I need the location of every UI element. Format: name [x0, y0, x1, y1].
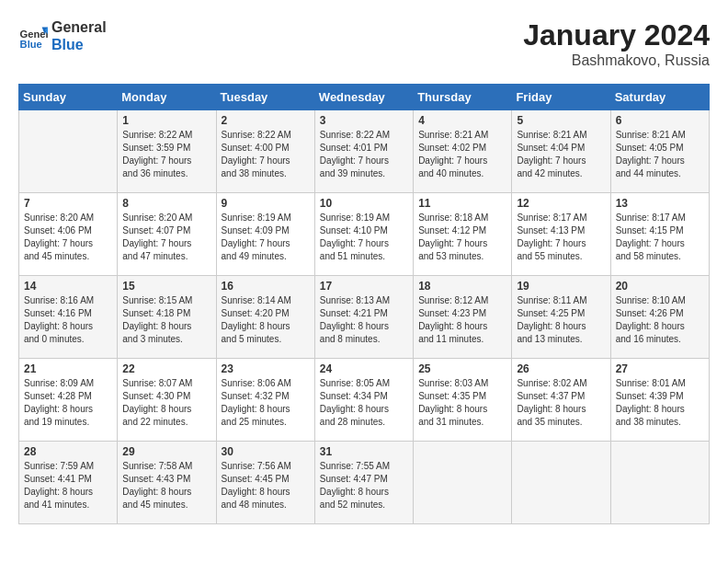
header-cell-monday: Monday: [118, 85, 216, 110]
day-number: 23: [222, 362, 310, 375]
day-cell: [414, 442, 512, 524]
week-row-5: 28Sunrise: 7:59 AM Sunset: 4:41 PM Dayli…: [19, 442, 710, 524]
day-number: 5: [517, 114, 605, 127]
day-number: 1: [122, 114, 210, 127]
day-cell: 27Sunrise: 8:01 AM Sunset: 4:39 PM Dayli…: [610, 359, 709, 442]
day-cell: 11Sunrise: 8:18 AM Sunset: 4:12 PM Dayli…: [414, 193, 512, 276]
header-cell-friday: Friday: [512, 85, 610, 110]
day-cell: 22Sunrise: 8:07 AM Sunset: 4:30 PM Dayli…: [118, 359, 216, 442]
day-number: 29: [122, 445, 210, 458]
day-cell: 12Sunrise: 8:17 AM Sunset: 4:13 PM Dayli…: [512, 193, 610, 276]
day-number: 24: [320, 362, 408, 375]
day-info: Sunrise: 7:59 AM Sunset: 4:41 PM Dayligh…: [24, 460, 112, 511]
day-cell: 30Sunrise: 7:56 AM Sunset: 4:45 PM Dayli…: [216, 442, 314, 524]
logo-general: General: [51, 18, 107, 36]
day-number: 3: [320, 114, 408, 127]
day-number: 8: [122, 197, 210, 210]
day-cell: [610, 442, 709, 524]
day-info: Sunrise: 8:01 AM Sunset: 4:39 PM Dayligh…: [616, 377, 704, 429]
day-number: 28: [24, 445, 112, 458]
day-cell: 16Sunrise: 8:14 AM Sunset: 4:20 PM Dayli…: [216, 276, 314, 359]
day-cell: 17Sunrise: 8:13 AM Sunset: 4:21 PM Dayli…: [314, 276, 413, 359]
week-row-1: 1Sunrise: 8:22 AM Sunset: 3:59 PM Daylig…: [19, 110, 710, 193]
day-number: 18: [418, 280, 506, 293]
day-cell: [512, 442, 610, 524]
day-info: Sunrise: 8:21 AM Sunset: 4:02 PM Dayligh…: [418, 129, 506, 180]
day-info: Sunrise: 8:20 AM Sunset: 4:07 PM Dayligh…: [122, 212, 210, 263]
day-cell: 25Sunrise: 8:03 AM Sunset: 4:35 PM Dayli…: [414, 359, 512, 442]
day-info: Sunrise: 8:18 AM Sunset: 4:12 PM Dayligh…: [418, 212, 506, 263]
day-info: Sunrise: 8:22 AM Sunset: 3:59 PM Dayligh…: [122, 129, 210, 180]
page-header: General Blue General Blue January 2024 B…: [18, 18, 710, 69]
location: Bashmakovo, Russia: [523, 52, 710, 69]
day-info: Sunrise: 8:07 AM Sunset: 4:30 PM Dayligh…: [122, 377, 210, 429]
day-number: 4: [418, 114, 506, 127]
day-number: 31: [320, 445, 408, 458]
day-cell: 26Sunrise: 8:02 AM Sunset: 4:37 PM Dayli…: [512, 359, 610, 442]
day-info: Sunrise: 8:16 AM Sunset: 4:16 PM Dayligh…: [24, 294, 112, 346]
day-number: 7: [24, 197, 112, 210]
day-number: 20: [616, 280, 704, 293]
day-cell: 13Sunrise: 8:17 AM Sunset: 4:15 PM Dayli…: [610, 193, 709, 276]
day-cell: 18Sunrise: 8:12 AM Sunset: 4:23 PM Dayli…: [414, 276, 512, 359]
header-cell-sunday: Sunday: [19, 85, 118, 110]
week-row-3: 14Sunrise: 8:16 AM Sunset: 4:16 PM Dayli…: [19, 276, 710, 359]
day-info: Sunrise: 7:58 AM Sunset: 4:43 PM Dayligh…: [122, 460, 210, 511]
day-number: 26: [517, 362, 605, 375]
day-info: Sunrise: 8:05 AM Sunset: 4:34 PM Dayligh…: [320, 377, 408, 429]
day-cell: [19, 110, 118, 193]
day-cell: 5Sunrise: 8:21 AM Sunset: 4:04 PM Daylig…: [512, 110, 610, 193]
day-number: 14: [24, 280, 112, 293]
day-cell: 6Sunrise: 8:21 AM Sunset: 4:05 PM Daylig…: [610, 110, 709, 193]
header-cell-thursday: Thursday: [414, 85, 512, 110]
day-number: 27: [616, 362, 704, 375]
day-info: Sunrise: 8:19 AM Sunset: 4:10 PM Dayligh…: [320, 212, 408, 263]
day-info: Sunrise: 8:09 AM Sunset: 4:28 PM Dayligh…: [24, 377, 112, 429]
day-info: Sunrise: 8:21 AM Sunset: 4:04 PM Dayligh…: [517, 129, 605, 180]
day-cell: 9Sunrise: 8:19 AM Sunset: 4:09 PM Daylig…: [216, 193, 314, 276]
day-cell: 14Sunrise: 8:16 AM Sunset: 4:16 PM Dayli…: [19, 276, 118, 359]
day-cell: 23Sunrise: 8:06 AM Sunset: 4:32 PM Dayli…: [216, 359, 314, 442]
day-cell: 20Sunrise: 8:10 AM Sunset: 4:26 PM Dayli…: [610, 276, 709, 359]
day-cell: 19Sunrise: 8:11 AM Sunset: 4:25 PM Dayli…: [512, 276, 610, 359]
day-number: 17: [320, 280, 408, 293]
day-info: Sunrise: 7:55 AM Sunset: 4:47 PM Dayligh…: [320, 460, 408, 511]
day-info: Sunrise: 8:20 AM Sunset: 4:06 PM Dayligh…: [24, 212, 112, 263]
day-cell: 1Sunrise: 8:22 AM Sunset: 3:59 PM Daylig…: [118, 110, 216, 193]
day-number: 30: [222, 445, 310, 458]
day-cell: 7Sunrise: 8:20 AM Sunset: 4:06 PM Daylig…: [19, 193, 118, 276]
day-cell: 31Sunrise: 7:55 AM Sunset: 4:47 PM Dayli…: [314, 442, 413, 524]
header-cell-tuesday: Tuesday: [216, 85, 314, 110]
header-row: SundayMondayTuesdayWednesdayThursdayFrid…: [19, 85, 710, 110]
header-cell-wednesday: Wednesday: [314, 85, 413, 110]
day-number: 11: [418, 197, 506, 210]
day-info: Sunrise: 8:19 AM Sunset: 4:09 PM Dayligh…: [222, 212, 310, 263]
week-row-2: 7Sunrise: 8:20 AM Sunset: 4:06 PM Daylig…: [19, 193, 710, 276]
day-cell: 8Sunrise: 8:20 AM Sunset: 4:07 PM Daylig…: [118, 193, 216, 276]
day-number: 15: [122, 280, 210, 293]
day-number: 2: [222, 114, 310, 127]
day-cell: 2Sunrise: 8:22 AM Sunset: 4:00 PM Daylig…: [216, 110, 314, 193]
header-cell-saturday: Saturday: [610, 85, 709, 110]
day-number: 16: [222, 280, 310, 293]
day-info: Sunrise: 8:14 AM Sunset: 4:20 PM Dayligh…: [222, 294, 310, 346]
svg-text:Blue: Blue: [20, 39, 42, 50]
week-row-4: 21Sunrise: 8:09 AM Sunset: 4:28 PM Dayli…: [19, 359, 710, 442]
day-number: 9: [222, 197, 310, 210]
day-number: 6: [616, 114, 704, 127]
title-block: January 2024 Bashmakovo, Russia: [523, 18, 710, 69]
day-cell: 24Sunrise: 8:05 AM Sunset: 4:34 PM Dayli…: [314, 359, 413, 442]
day-cell: 4Sunrise: 8:21 AM Sunset: 4:02 PM Daylig…: [414, 110, 512, 193]
day-cell: 28Sunrise: 7:59 AM Sunset: 4:41 PM Dayli…: [19, 442, 118, 524]
day-info: Sunrise: 8:21 AM Sunset: 4:05 PM Dayligh…: [616, 129, 704, 180]
day-cell: 3Sunrise: 8:22 AM Sunset: 4:01 PM Daylig…: [314, 110, 413, 193]
day-info: Sunrise: 8:06 AM Sunset: 4:32 PM Dayligh…: [222, 377, 310, 429]
month-title: January 2024: [523, 18, 710, 52]
day-info: Sunrise: 8:22 AM Sunset: 4:01 PM Dayligh…: [320, 129, 408, 180]
day-number: 25: [418, 362, 506, 375]
day-info: Sunrise: 8:02 AM Sunset: 4:37 PM Dayligh…: [517, 377, 605, 429]
day-cell: 21Sunrise: 8:09 AM Sunset: 4:28 PM Dayli…: [19, 359, 118, 442]
day-info: Sunrise: 8:03 AM Sunset: 4:35 PM Dayligh…: [418, 377, 506, 429]
logo-blue: Blue: [51, 36, 107, 53]
day-number: 10: [320, 197, 408, 210]
